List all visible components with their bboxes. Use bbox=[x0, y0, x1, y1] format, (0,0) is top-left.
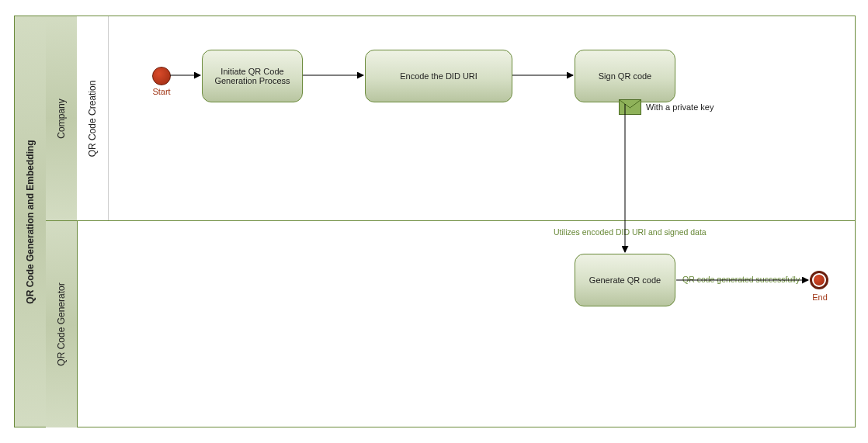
task-sign: Sign QR code bbox=[575, 50, 675, 102]
task-initiate-label: Initiate QR Code Generation Process bbox=[206, 67, 299, 85]
end-event bbox=[810, 271, 828, 289]
start-event bbox=[152, 67, 171, 85]
envelope-icon bbox=[619, 99, 641, 115]
task-generate-label: Generate QR code bbox=[589, 275, 661, 285]
task-initiate: Initiate QR Code Generation Process bbox=[202, 50, 303, 102]
sublane-header: QR Code Creation bbox=[77, 16, 109, 220]
flow-success-label: QR code generated successfully bbox=[682, 275, 800, 284]
lane-generator-label: QR Code Generator bbox=[56, 282, 67, 365]
task-encode: Encode the DID URI bbox=[365, 50, 512, 102]
envelope-label: With a private key bbox=[646, 102, 713, 112]
flow-utilize-label: Utilizes encoded DID URI and signed data bbox=[554, 227, 707, 237]
lane-company-label: Company bbox=[56, 99, 67, 138]
lane-generator: QR Code Generator bbox=[46, 221, 856, 427]
start-event-label: Start bbox=[152, 87, 171, 96]
sublane-label: QR Code Creation bbox=[87, 80, 98, 157]
lane-company: Company QR Code Creation bbox=[46, 16, 856, 221]
task-encode-label: Encode the DID URI bbox=[400, 71, 477, 81]
end-event-label: End bbox=[811, 292, 828, 302]
end-event-inner bbox=[814, 275, 825, 286]
pool-header: QR Code Generation and Embedding bbox=[15, 16, 47, 427]
lane-generator-header: QR Code Generator bbox=[46, 221, 78, 427]
task-sign-label: Sign QR code bbox=[599, 71, 651, 81]
task-generate: Generate QR code bbox=[575, 254, 675, 306]
pool-title: QR Code Generation and Embedding bbox=[25, 140, 36, 303]
lane-company-header: Company bbox=[46, 16, 78, 220]
